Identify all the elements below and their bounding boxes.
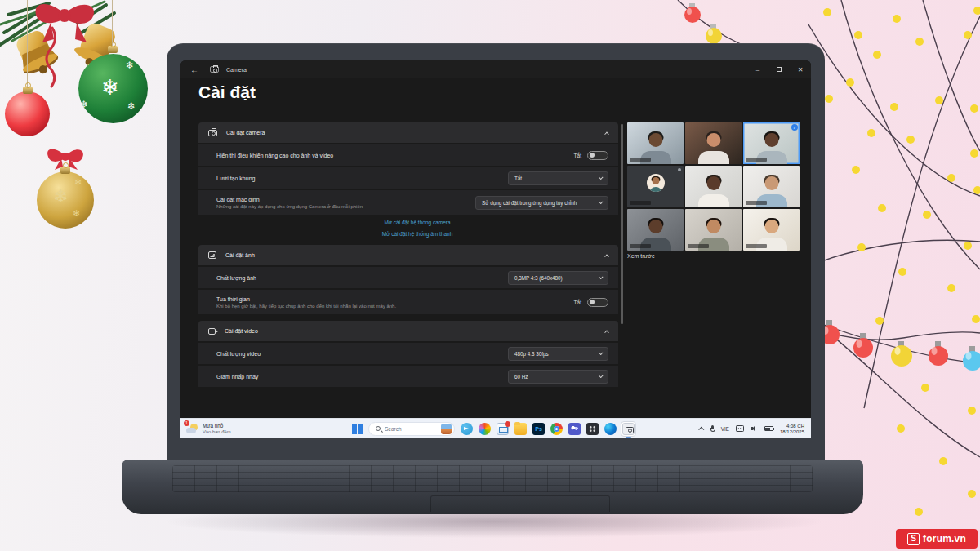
battery-icon[interactable] xyxy=(764,426,773,431)
desktop-wallpaper: { "brand": { "logo_letter": "S", "name":… xyxy=(0,0,980,551)
fairy-light-dot xyxy=(823,8,831,16)
row-control: 480p 4:3 30fps xyxy=(508,347,608,361)
start-button[interactable] xyxy=(352,424,363,434)
row-labels: Hiển thị điều khiển nâng cao cho ảnh và … xyxy=(216,153,333,158)
copilot-taskbar-icon[interactable] xyxy=(479,423,491,435)
language-indicator[interactable]: VIE xyxy=(721,426,729,432)
microphone-icon[interactable] xyxy=(710,425,715,432)
dropdown-value: Sử dụng cài đặt trong ứng dụng tùy chỉnh xyxy=(482,200,577,206)
photoshop-taskbar-icon[interactable]: Ps xyxy=(532,423,545,435)
dropdown[interactable]: 0,3MP 4:3 (640x480) xyxy=(508,271,608,285)
section-title: Cài đặt camera xyxy=(226,130,265,136)
camera-taskbar-icon[interactable] xyxy=(622,423,635,435)
settings-link[interactable]: Mở cài đặt hệ thống âm thanh xyxy=(382,231,453,237)
dropdown-value: 60 Hz xyxy=(514,374,528,380)
participant-tile[interactable] xyxy=(627,166,684,207)
watermark-logo: S xyxy=(907,533,920,545)
fairy-light-dot xyxy=(906,136,915,144)
settings-row: Lưới tạo khungTắt xyxy=(198,167,618,189)
chrome-icon xyxy=(550,423,563,435)
dropdown[interactable]: Sử dụng cài đặt trong ứng dụng tùy chỉnh xyxy=(475,196,608,210)
person-face xyxy=(764,176,778,190)
restore-icon xyxy=(777,67,782,72)
person-body xyxy=(698,194,729,207)
chevron-up-icon xyxy=(604,131,609,136)
copilot-icon xyxy=(479,423,491,435)
settings-row: Giảm nhấp nháy60 Hz xyxy=(198,366,618,387)
settings-row: Cài đặt mặc địnhNhững cài đặt này áp dụn… xyxy=(198,190,618,215)
weather-icon: 1 xyxy=(186,423,198,434)
row-sublabel: Những cài đặt này áp dụng cho ứng dụng C… xyxy=(216,204,363,209)
row-label: Giảm nhấp nháy xyxy=(216,374,258,380)
person-face xyxy=(648,220,662,233)
row-control: 0,3MP 4:3 (640x480) xyxy=(508,271,608,285)
laptop-keyboard xyxy=(172,465,813,492)
fairy-light-dot xyxy=(970,104,978,113)
clock[interactable]: 4:08 CH 18/12/2025 xyxy=(780,424,804,434)
section-header[interactable]: Cài đặt camera xyxy=(198,122,618,143)
chevron-down-icon xyxy=(599,373,604,378)
fairy-light-dot xyxy=(947,174,956,182)
toggle-state-label: Tắt xyxy=(574,300,581,305)
tray-chevron-up-icon[interactable] xyxy=(698,426,704,432)
close-button[interactable]: ✕ xyxy=(790,66,811,73)
explorer-taskbar-icon[interactable] xyxy=(514,423,527,435)
settings-sections: Cài đặt cameraHiển thị điều khiển nâng c… xyxy=(198,122,618,393)
scrollbar[interactable] xyxy=(621,124,623,324)
chevron-up-icon xyxy=(604,254,609,259)
weather-widget[interactable]: 1 Mưa nhỏ Vào ban đêm xyxy=(186,423,309,434)
camera-preview-panel: ✓ Xem trước xyxy=(627,122,800,259)
row-control: Sử dụng cài đặt trong ứng dụng tùy chỉnh xyxy=(475,196,608,210)
row-control: Tắt xyxy=(574,151,608,160)
participant-tile[interactable]: ✓ xyxy=(743,122,800,164)
participant-tile[interactable] xyxy=(743,209,800,251)
touch-keyboard-icon[interactable] xyxy=(736,425,744,432)
tray-time: 4:08 CH xyxy=(786,424,804,429)
settings-section: Cài đặt cameraHiển thị điều khiển nâng c… xyxy=(198,122,618,238)
participants-grid: ✓ xyxy=(627,122,800,251)
person-body xyxy=(649,187,662,192)
telegram-icon xyxy=(461,423,473,435)
back-button[interactable]: ← xyxy=(190,65,198,74)
red-ornament-cap xyxy=(23,87,33,94)
dropdown[interactable]: 60 Hz xyxy=(508,370,608,384)
section-header[interactable]: Cài đặt ảnh xyxy=(198,245,618,265)
teams-taskbar-icon[interactable] xyxy=(568,423,581,435)
participant-tile[interactable] xyxy=(627,209,684,251)
telegram-taskbar-icon[interactable] xyxy=(461,423,473,435)
notification-badge xyxy=(505,421,510,427)
page-title: Cài đặt xyxy=(198,82,256,102)
speaker-icon[interactable] xyxy=(751,425,758,432)
minimize-button[interactable]: – xyxy=(747,66,768,73)
participant-name-label xyxy=(688,244,709,248)
ornament-string-green xyxy=(112,0,113,46)
participant-tile[interactable] xyxy=(685,122,742,164)
person-face xyxy=(706,133,720,147)
participant-tile[interactable] xyxy=(685,209,742,251)
laptop-base xyxy=(122,460,863,514)
toggle-switch[interactable] xyxy=(587,298,608,307)
section-title: Cài đặt video xyxy=(225,328,258,334)
chrome-taskbar-icon[interactable] xyxy=(550,423,563,435)
row-label: Tua thời gian xyxy=(216,296,396,302)
edge-taskbar-icon[interactable] xyxy=(604,423,617,435)
settings-link[interactable]: Mở cài đặt hệ thống camera xyxy=(384,220,450,225)
participant-tile[interactable] xyxy=(627,122,684,164)
fairy-light-dot xyxy=(964,31,972,39)
toggle-knob xyxy=(590,153,595,158)
participant-name-label xyxy=(630,158,651,162)
search-box[interactable]: Search xyxy=(368,422,455,436)
weather-detail: Vào ban đêm xyxy=(203,429,230,434)
fairy-light-dot xyxy=(923,211,931,219)
mail-taskbar-icon[interactable] xyxy=(497,423,509,435)
dropdown[interactable]: Tắt xyxy=(508,171,608,185)
toggle-switch[interactable] xyxy=(587,151,608,160)
restore-button[interactable] xyxy=(768,66,790,73)
fairy-light-dot xyxy=(939,457,947,465)
apps-grid-taskbar-icon[interactable] xyxy=(586,423,599,435)
participant-tile[interactable] xyxy=(685,166,742,207)
fairy-light-dot xyxy=(921,384,929,392)
dropdown[interactable]: 480p 4:3 30fps xyxy=(508,347,608,361)
section-header[interactable]: Cài đặt video xyxy=(198,321,618,341)
participant-tile[interactable] xyxy=(743,166,800,207)
